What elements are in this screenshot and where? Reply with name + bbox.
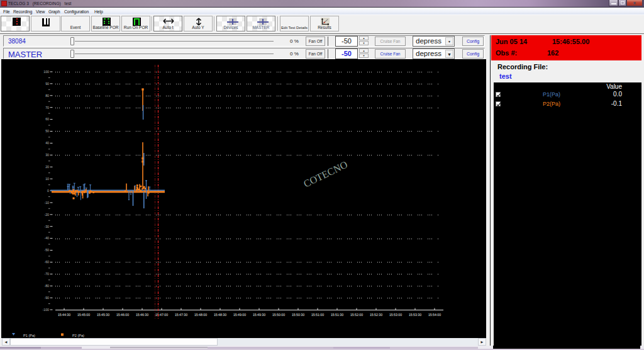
svg-text:15:45:30: 15:45:30 [97, 313, 109, 317]
svg-text:-40: -40 [45, 236, 50, 240]
svg-text:15:51:00: 15:51:00 [311, 313, 324, 317]
svg-text:15:53:30: 15:53:30 [409, 313, 421, 317]
svg-text:20: 20 [45, 165, 49, 169]
svg-text:100: 100 [43, 70, 49, 74]
svg-text:15:51:30: 15:51:30 [331, 313, 343, 317]
svg-text:15:54:00: 15:54:00 [428, 313, 441, 317]
svg-text:10: 10 [45, 177, 49, 181]
svg-text:15:49:30: 15:49:30 [253, 313, 265, 317]
svg-text:-60: -60 [45, 260, 50, 264]
svg-text:-30: -30 [45, 225, 50, 229]
svg-text:15:46:30: 15:46:30 [136, 313, 148, 317]
svg-text:70: 70 [45, 106, 49, 110]
svg-text:15:46:00: 15:46:00 [116, 313, 129, 317]
svg-text:15:50:30: 15:50:30 [292, 313, 304, 317]
svg-text:15:53:00: 15:53:00 [389, 313, 402, 317]
svg-text:15:47:30: 15:47:30 [175, 313, 187, 317]
svg-text:50: 50 [45, 129, 49, 133]
svg-text:0: 0 [47, 189, 49, 193]
svg-text:-50: -50 [45, 248, 50, 252]
svg-text:30: 30 [45, 153, 49, 157]
svg-text:-80: -80 [45, 284, 50, 288]
svg-text:15:44:30: 15:44:30 [58, 313, 70, 317]
svg-text:-70: -70 [45, 272, 50, 276]
svg-text:15:48:30: 15:48:30 [214, 313, 226, 317]
svg-text:15:52:00: 15:52:00 [350, 313, 363, 317]
svg-text:P2 (Pa): P2 (Pa) [72, 334, 84, 337]
svg-text:-20: -20 [45, 213, 50, 217]
svg-text:40: 40 [45, 141, 49, 145]
svg-text:15:52:30: 15:52:30 [370, 313, 382, 317]
svg-text:60: 60 [45, 117, 49, 121]
svg-text:-10: -10 [45, 201, 50, 205]
svg-text:80: 80 [45, 94, 49, 98]
svg-text:90: 90 [45, 82, 49, 86]
svg-text:-90: -90 [45, 296, 50, 300]
svg-text:P1 (Pa): P1 (Pa) [23, 334, 35, 337]
svg-text:15:50:00: 15:50:00 [272, 313, 285, 317]
svg-text:15:49:00: 15:49:00 [233, 313, 246, 317]
svg-text:15:47:00: 15:47:00 [155, 313, 168, 317]
svg-text:-100: -100 [43, 308, 49, 312]
svg-text:15:45:00: 15:45:00 [77, 313, 90, 317]
svg-text:15:48:00: 15:48:00 [194, 313, 207, 317]
